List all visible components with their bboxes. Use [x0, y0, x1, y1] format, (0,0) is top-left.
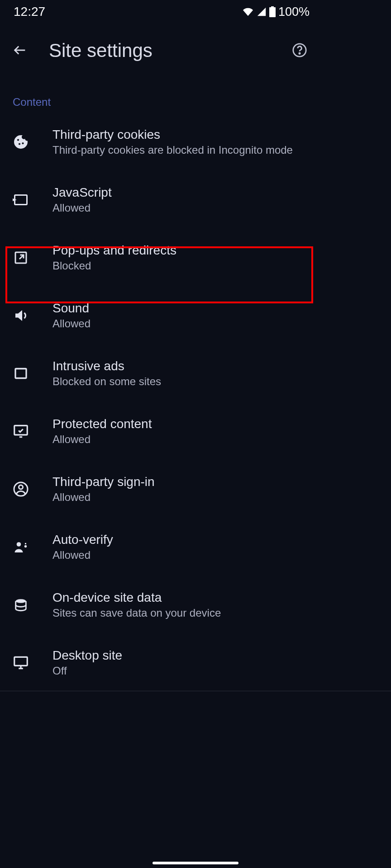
setting-subtitle: Allowed: [52, 317, 91, 330]
setting-subtitle: Allowed: [52, 202, 112, 214]
setting-title: Third-party sign-in: [52, 475, 155, 489]
back-button[interactable]: [10, 41, 30, 61]
status-right: 100%: [242, 5, 310, 19]
setting-intrusive-ads[interactable]: Intrusive ads Blocked on some sites: [0, 344, 319, 402]
wifi-icon: [242, 7, 254, 17]
cellular-icon: [257, 7, 267, 17]
person-verify-icon: [11, 537, 31, 557]
setting-subtitle: Sites can save data on your device: [52, 607, 221, 619]
setting-title: On-device site data: [52, 590, 221, 605]
setting-title: Sound: [52, 301, 91, 316]
svg-point-4: [22, 142, 24, 144]
ads-icon: [11, 363, 31, 383]
setting-subtitle: Off: [52, 665, 122, 677]
arrow-left-icon: [12, 42, 28, 59]
setting-auto-verify[interactable]: Auto-verify Allowed: [0, 518, 319, 576]
setting-subtitle: Third-party cookies are blocked in Incog…: [52, 144, 293, 156]
section-header: Content: [0, 67, 319, 113]
status-time: 12:27: [14, 5, 45, 19]
svg-point-11: [17, 542, 21, 547]
setting-title: Third-party cookies: [52, 127, 293, 142]
setting-desktop-site[interactable]: Desktop site Off: [0, 634, 319, 692]
svg-point-1: [299, 52, 300, 53]
battery-percent: 100%: [278, 5, 310, 19]
setting-popups-redirects[interactable]: Pop-ups and redirects Blocked: [0, 229, 319, 287]
svg-point-12: [25, 546, 26, 547]
account-circle-icon: [11, 479, 31, 499]
setting-third-party-sign-in[interactable]: Third-party sign-in Allowed: [0, 460, 319, 518]
setting-sound[interactable]: Sound Allowed: [0, 287, 319, 344]
javascript-icon: [11, 190, 31, 210]
desktop-icon: [11, 653, 31, 673]
setting-title: Protected content: [52, 417, 152, 431]
setting-title: JavaScript: [52, 185, 112, 200]
settings-list: Third-party cookies Third-party cookies …: [0, 113, 319, 692]
status-bar: 12:27 100%: [0, 0, 319, 22]
svg-rect-7: [15, 369, 26, 378]
setting-on-device-site-data[interactable]: On-device site data Sites can save data …: [0, 576, 319, 634]
setting-third-party-cookies[interactable]: Third-party cookies Third-party cookies …: [0, 113, 319, 171]
bottom-divider: [0, 691, 319, 691]
help-button[interactable]: [290, 41, 310, 61]
cookie-icon: [11, 132, 31, 152]
setting-subtitle: Allowed: [52, 433, 152, 446]
svg-rect-14: [14, 657, 28, 665]
svg-point-10: [19, 485, 23, 489]
setting-subtitle: Allowed: [52, 491, 155, 504]
sound-icon: [11, 306, 31, 326]
setting-title: Intrusive ads: [52, 359, 161, 373]
setting-title: Pop-ups and redirects: [52, 243, 176, 258]
setting-javascript[interactable]: JavaScript Allowed: [0, 171, 319, 229]
setting-subtitle: Blocked: [52, 259, 176, 272]
svg-point-13: [16, 599, 26, 603]
setting-subtitle: Blocked on some sites: [52, 375, 161, 388]
setting-subtitle: Allowed: [52, 549, 113, 561]
svg-point-3: [19, 143, 20, 145]
popup-icon: [11, 248, 31, 268]
app-bar: Site settings: [0, 22, 319, 67]
setting-title: Desktop site: [52, 648, 122, 663]
battery-icon: [269, 6, 276, 17]
page-title: Site settings: [49, 40, 271, 61]
database-icon: [11, 595, 31, 615]
svg-point-2: [17, 139, 19, 141]
setting-protected-content[interactable]: Protected content Allowed: [0, 402, 319, 460]
help-circle-icon: [292, 42, 307, 59]
protected-content-icon: [11, 421, 31, 441]
svg-rect-8: [14, 425, 28, 435]
setting-title: Auto-verify: [52, 533, 113, 547]
